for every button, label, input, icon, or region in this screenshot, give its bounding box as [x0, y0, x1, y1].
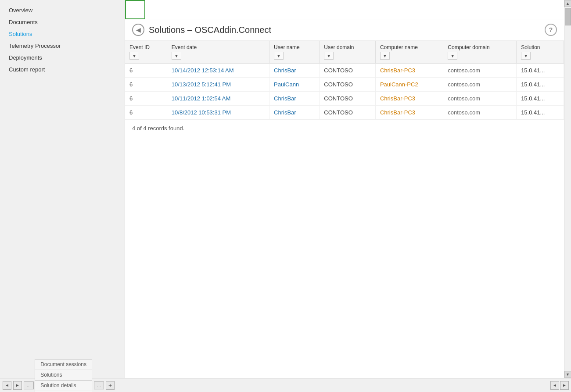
sidebar-item-documents[interactable]: Documents	[0, 16, 125, 28]
column-header-solution: Solution ▼	[517, 41, 564, 64]
table-header: Event ID ▼ Event date ▼ User name ▼ User…	[125, 41, 564, 64]
dropdown-arrow-user-domain[interactable]: ▼	[324, 52, 334, 60]
tab-overflow-button[interactable]: ...	[24, 381, 34, 389]
scrollbar-thumb[interactable]	[565, 8, 571, 25]
dropdown-arrow-computer-name[interactable]: ▼	[380, 52, 390, 60]
cell-row3-col0: 6	[125, 106, 167, 120]
dropdown-arrow-computer-domain[interactable]: ▼	[448, 52, 457, 60]
cell-row1-col3: CONTOSO	[320, 78, 376, 92]
cell-row1-col4[interactable]: PaulCann-PC2	[375, 78, 443, 92]
sidebar-item-deployments[interactable]: Deployments	[0, 52, 125, 64]
top-bar	[125, 0, 564, 19]
dropdown-arrow-event-date[interactable]: ▼	[172, 52, 181, 60]
table-row: 610/14/2012 12:53:14 AMChrisBarCONTOSOCh…	[125, 64, 564, 78]
cell-row3-col4[interactable]: ChrisBar-PC3	[375, 106, 443, 120]
column-label-user-name: User name	[274, 44, 315, 50]
cell-row0-col2[interactable]: ChrisBar	[269, 64, 320, 78]
page-header: ◀ Solutions – OSCAddin.Connect ?	[125, 19, 564, 41]
cell-row1-col6: 15.0.41...	[517, 78, 564, 92]
tab-next-button[interactable]: ►	[13, 381, 22, 390]
tab-solution-issues[interactable]: Solution issues	[35, 391, 92, 392]
tab-document-sessions[interactable]: Document sessions	[35, 359, 92, 370]
table-body: 610/14/2012 12:53:14 AMChrisBarCONTOSOCh…	[125, 64, 564, 120]
tab-scroll-left-button[interactable]: ◄	[550, 381, 559, 390]
filter-dropdown-event-id: ▼	[129, 52, 162, 60]
cell-row3-col5[interactable]: contoso.com	[443, 106, 517, 120]
data-grid: Event ID ▼ Event date ▼ User name ▼ User…	[125, 41, 564, 378]
filter-dropdown-user-domain: ▼	[324, 52, 371, 60]
table-row: 610/13/2012 5:12:41 PMPaulCannCONTOSOPau…	[125, 78, 564, 92]
cell-row2-col2[interactable]: ChrisBar	[269, 92, 320, 106]
column-header-user-name: User name ▼	[269, 41, 320, 64]
table-row: 610/8/2012 10:53:31 PMChrisBarCONTOSOChr…	[125, 106, 564, 120]
filter-dropdown-solution: ▼	[521, 52, 559, 60]
help-button[interactable]: ?	[545, 24, 557, 36]
cell-row0-col3: CONTOSO	[320, 64, 376, 78]
cell-row0-col0: 6	[125, 64, 167, 78]
column-label-user-domain: User domain	[324, 44, 371, 50]
dropdown-arrow-solution[interactable]: ▼	[521, 52, 531, 60]
cell-row1-col2[interactable]: PaulCann	[269, 78, 320, 92]
data-table: Event ID ▼ Event date ▼ User name ▼ User…	[125, 41, 564, 120]
scroll-down-button[interactable]: ▼	[564, 371, 571, 378]
cell-row1-col5[interactable]: contoso.com	[443, 78, 517, 92]
sidebar-item-telemetry-processor[interactable]: Telemetry Processor	[0, 40, 125, 52]
column-label-computer-domain: Computer domain	[448, 44, 512, 50]
cell-row0-col6: 15.0.41...	[517, 64, 564, 78]
cell-row3-col3: CONTOSO	[320, 106, 376, 120]
cell-row2-col0: 6	[125, 92, 167, 106]
cell-row1-col1[interactable]: 10/13/2012 5:12:41 PM	[167, 78, 269, 92]
dropdown-arrow-event-id[interactable]: ▼	[129, 52, 139, 60]
column-header-computer-domain: Computer domain ▼	[443, 41, 517, 64]
green-box	[125, 0, 145, 19]
filter-dropdown-user-name: ▼	[274, 52, 315, 60]
cell-row2-col3: CONTOSO	[320, 92, 376, 106]
cell-row1-col0: 6	[125, 78, 167, 92]
column-label-solution: Solution	[521, 44, 559, 50]
column-label-computer-name: Computer name	[380, 44, 438, 50]
cell-row3-col6: 15.0.41...	[517, 106, 564, 120]
sidebar-item-solutions[interactable]: Solutions	[0, 28, 125, 40]
tab-prev-button[interactable]: ◄	[3, 381, 11, 390]
tab-scroll-right-button[interactable]: ►	[560, 381, 569, 390]
cell-row2-col1[interactable]: 10/11/2012 1:02:54 AM	[167, 92, 269, 106]
tab-solutions[interactable]: Solutions	[35, 370, 92, 380]
cell-row2-col5[interactable]: contoso.com	[443, 92, 517, 106]
sidebar-item-custom-report[interactable]: Custom report	[0, 64, 125, 75]
cell-row3-col2[interactable]: ChrisBar	[269, 106, 320, 120]
sidebar: OverviewDocumentsSolutionsTelemetry Proc…	[0, 0, 125, 378]
right-scrollbar: ▲ ▼	[564, 0, 571, 378]
dropdown-arrow-user-name[interactable]: ▼	[274, 52, 284, 60]
tab-add-button[interactable]: +	[106, 381, 115, 390]
filter-dropdown-event-date: ▼	[172, 52, 265, 60]
cell-row0-col4[interactable]: ChrisBar-PC3	[375, 64, 443, 78]
tab-solution-details[interactable]: Solution details	[35, 380, 92, 391]
column-label-event-date: Event date	[172, 44, 265, 50]
content-area: ◀ Solutions – OSCAddin.Connect ? Event I…	[125, 0, 564, 378]
table-row: 610/11/2012 1:02:54 AMChrisBarCONTOSOChr…	[125, 92, 564, 106]
column-header-user-domain: User domain ▼	[320, 41, 376, 64]
column-header-event-date: Event date ▼	[167, 41, 269, 64]
back-icon: ◀	[136, 26, 141, 33]
back-button[interactable]: ◀	[132, 24, 144, 36]
tab-overflow-right-button[interactable]: ...	[94, 381, 104, 389]
sidebar-item-overview[interactable]: Overview	[0, 4, 125, 16]
filter-dropdown-computer-domain: ▼	[448, 52, 512, 60]
cell-row3-col1[interactable]: 10/8/2012 10:53:31 PM	[167, 106, 269, 120]
cell-row0-col5[interactable]: contoso.com	[443, 64, 517, 78]
filter-dropdown-computer-name: ▼	[380, 52, 438, 60]
records-info: 4 of 4 records found.	[125, 120, 564, 137]
cell-row2-col6: 15.0.41...	[517, 92, 564, 106]
cell-row0-col1[interactable]: 10/14/2012 12:53:14 AM	[167, 64, 269, 78]
page-title: Solutions – OSCAddin.Connect	[149, 25, 545, 35]
scroll-up-button[interactable]: ▲	[564, 0, 571, 7]
column-header-computer-name: Computer name ▼	[375, 41, 443, 64]
column-header-event-id: Event ID ▼	[125, 41, 167, 64]
help-icon: ?	[549, 26, 553, 33]
cell-row2-col4[interactable]: ChrisBar-PC3	[375, 92, 443, 106]
column-label-event-id: Event ID	[129, 44, 162, 50]
tab-bar: ◄ ► ... Document sessionsSolutionsSoluti…	[0, 378, 571, 392]
